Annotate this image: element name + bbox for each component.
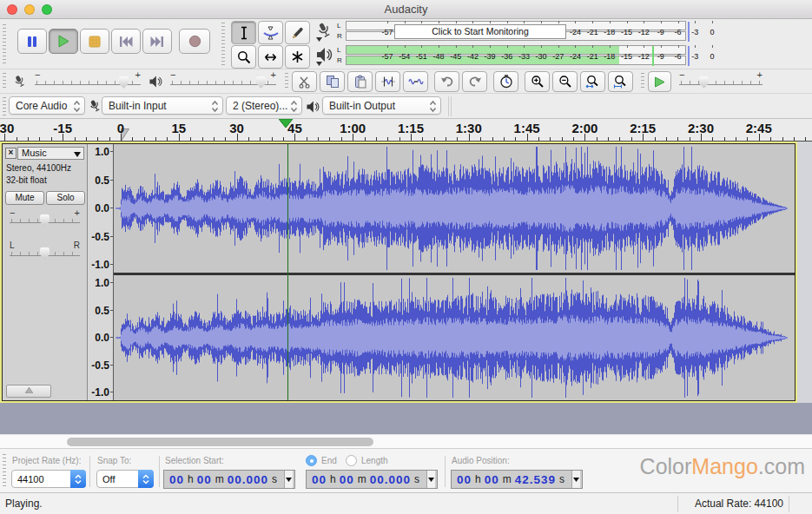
waveform-channel-left[interactable] xyxy=(114,144,794,273)
playback-device-select[interactable]: Built-in Output xyxy=(322,96,441,115)
time-format-dropdown[interactable] xyxy=(426,471,435,488)
meter-scale-tick xyxy=(541,45,542,48)
time-shift-tool-button[interactable] xyxy=(258,45,283,69)
ruler-tick xyxy=(457,137,458,141)
gain-thumb[interactable] xyxy=(40,214,50,227)
cut-icon xyxy=(298,76,311,89)
length-radio-label: Length xyxy=(361,456,388,465)
input-volume-thumb[interactable] xyxy=(119,76,129,89)
pan-slider[interactable]: L R xyxy=(10,243,80,262)
timeline-ruler[interactable]: -30-1501530451:001:151:301:452:002:152:3… xyxy=(0,119,812,142)
tools-toolbar-grip[interactable] xyxy=(221,23,225,68)
multi-tool-button[interactable] xyxy=(285,45,310,69)
audio-host-select[interactable]: Core Audio xyxy=(9,96,85,115)
meter-scale-tick xyxy=(472,45,473,48)
monitoring-tooltip[interactable]: Click to Start Monitoring xyxy=(394,24,566,39)
device-toolbar-grip[interactable] xyxy=(3,97,6,115)
meter-scale-label: -15 xyxy=(621,52,632,61)
skip-to-end-button[interactable] xyxy=(142,29,172,54)
meter-scale-label: -12 xyxy=(638,52,650,61)
recording-channels-select[interactable]: 2 (Stereo)... xyxy=(226,96,302,115)
input-volume-slider[interactable]: − + xyxy=(35,72,141,91)
fit-selection-button[interactable] xyxy=(580,71,605,92)
trim-audio-button[interactable] xyxy=(375,71,400,92)
selection-toolbar-grip[interactable] xyxy=(3,454,6,489)
sync-lock-clock-button[interactable] xyxy=(493,71,518,92)
copy-button[interactable] xyxy=(320,71,345,92)
play-at-speed-button[interactable] xyxy=(648,71,671,92)
gain-slider[interactable]: − + xyxy=(10,210,80,229)
undo-button[interactable] xyxy=(434,71,459,92)
edit-toolbar-grip[interactable] xyxy=(285,73,288,90)
rewind-icon xyxy=(119,36,133,48)
stop-button[interactable] xyxy=(80,29,109,54)
selection-tool-button[interactable] xyxy=(231,21,256,44)
horizontal-scrollbar[interactable] xyxy=(0,434,812,448)
recording-meter[interactable]: L R -57-54-51-48-45-42-39-36-33-30-27-24… xyxy=(313,20,689,43)
recording-device-select[interactable]: Built-in Input xyxy=(102,96,223,115)
draw-tool-button[interactable] xyxy=(285,21,310,44)
play-button[interactable] xyxy=(49,29,78,54)
solo-button[interactable]: Solo xyxy=(46,191,85,205)
zoom-in-button[interactable] xyxy=(525,71,550,92)
ruler-tick xyxy=(619,137,620,141)
time-format-dropdown[interactable] xyxy=(571,471,580,488)
time-format-dropdown[interactable] xyxy=(284,471,293,488)
waveform-area[interactable] xyxy=(114,144,795,400)
track-collapse-button[interactable] xyxy=(6,385,51,398)
pause-button[interactable] xyxy=(17,29,47,54)
selection-end-field[interactable]: 00h 00m 00.000s xyxy=(306,470,438,489)
recording-meter-bars[interactable]: -57-54-51-48-45-42-39-36-33-30-27-24-21-… xyxy=(346,21,686,43)
length-radio[interactable] xyxy=(346,455,357,466)
track-close-button[interactable]: × xyxy=(5,148,17,159)
record-button[interactable] xyxy=(179,29,210,54)
multi-tool-icon xyxy=(291,50,304,63)
meter-scale-tick xyxy=(610,45,611,48)
window-title: Audacity xyxy=(0,3,812,16)
envelope-tool-button[interactable] xyxy=(258,21,283,44)
mixer-toolbar-grip[interactable] xyxy=(3,73,6,90)
chevron-up-down-icon xyxy=(429,100,437,113)
meter-dropdown-arrow xyxy=(316,62,322,66)
zoom-out-button[interactable] xyxy=(552,71,578,92)
cut-button[interactable] xyxy=(292,71,317,92)
transcription-toolbar-grip[interactable] xyxy=(641,73,644,90)
track-control-panel: × Music Stereo, 44100Hz 32-bit float Mut… xyxy=(3,144,88,400)
playback-speed-slider[interactable]: − + xyxy=(679,72,762,91)
skip-to-start-button[interactable] xyxy=(111,29,141,54)
horizontal-scrollbar-thumb[interactable] xyxy=(67,438,373,446)
ruler-tick xyxy=(365,137,366,141)
pan-thumb[interactable] xyxy=(40,247,50,260)
ruler-tick xyxy=(399,137,400,141)
fit-project-button[interactable] xyxy=(608,71,633,92)
vertical-scale-tick xyxy=(110,208,113,208)
waveform-channel-right[interactable] xyxy=(114,275,794,400)
selection-start-field[interactable]: 00h 00m 00.000s xyxy=(163,470,295,489)
vertical-scale-ruler[interactable]: 1.00.50.0-0.5-1.01.00.50.0-0.5-1.0 xyxy=(88,144,114,400)
audio-position-field[interactable]: 00h 00m 42.539s xyxy=(451,470,583,489)
output-volume-slider[interactable]: − + xyxy=(170,72,276,91)
track-name-menu[interactable]: Music xyxy=(17,147,84,160)
output-volume-thumb[interactable] xyxy=(256,76,266,89)
redo-button[interactable] xyxy=(462,71,487,92)
project-rate-combo[interactable]: 44100 xyxy=(11,470,86,488)
paste-button[interactable] xyxy=(347,71,373,92)
zoom-tool-button[interactable] xyxy=(231,45,256,69)
transport-toolbar-grip[interactable] xyxy=(3,24,6,64)
meter-scale-tick xyxy=(472,21,473,23)
vertical-scrollbar-area[interactable] xyxy=(797,142,812,403)
playback-meter[interactable]: L R -57-54-51-48-45-42-39-36-33-30-27-24… xyxy=(313,44,689,68)
meter-scale-label: -3 xyxy=(691,52,698,61)
vertical-scale-tick xyxy=(110,180,113,181)
silence-audio-button[interactable] xyxy=(403,71,428,92)
playback-meter-bars[interactable]: -57-54-51-48-45-42-39-36-33-30-27-24-21-… xyxy=(346,45,686,67)
vertical-scale-label: 0.5 xyxy=(95,306,109,316)
audio-position-label: Audio Position: xyxy=(452,456,510,465)
ruler-tick xyxy=(75,137,76,141)
mute-button[interactable]: Mute xyxy=(5,191,44,205)
end-radio[interactable] xyxy=(306,455,317,466)
playback-cursor xyxy=(287,144,288,400)
vertical-scale-label: 1.0 xyxy=(95,147,109,157)
snap-to-combo[interactable]: Off xyxy=(96,470,154,488)
playback-speed-thumb[interactable] xyxy=(699,76,709,89)
